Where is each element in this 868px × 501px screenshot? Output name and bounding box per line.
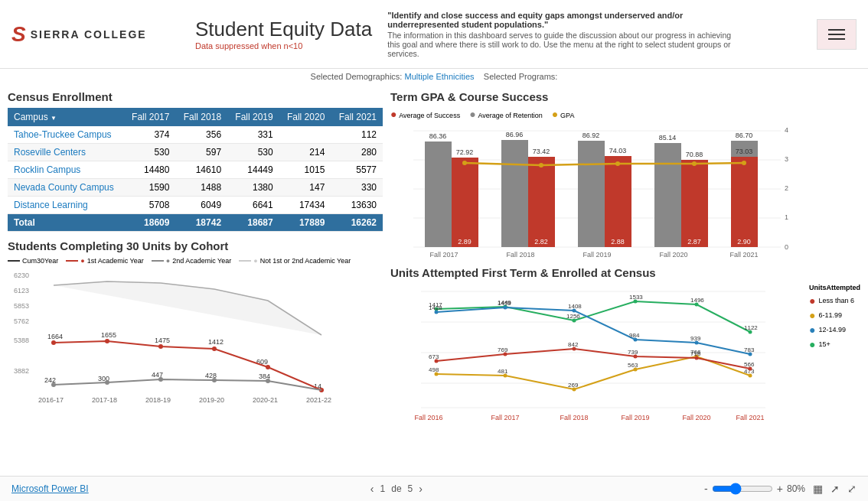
svg-text:3882: 3882 (14, 367, 29, 375)
fullscreen-icon[interactable]: ⤢ (847, 483, 857, 495)
svg-point-16 (266, 365, 270, 369)
svg-text:939: 939 (690, 335, 701, 342)
svg-text:86.96: 86.96 (506, 131, 524, 138)
svg-text:5388: 5388 (14, 337, 29, 344)
svg-text:86.92: 86.92 (582, 132, 600, 139)
svg-point-13 (105, 339, 109, 343)
data-cell: 6049 (175, 197, 227, 214)
completing-svg-chart: 6230 6123 5853 5762 5388 3882 1664 1655 … (8, 266, 367, 408)
svg-text:1412: 1412 (208, 338, 224, 346)
svg-rect-56 (578, 141, 605, 247)
data-cell: 5577 (331, 161, 383, 179)
prev-page-button[interactable]: ‹ (370, 483, 374, 495)
data-cell: 13630 (331, 197, 383, 214)
zoom-slider-input[interactable] (712, 483, 773, 495)
svg-text:73.03: 73.03 (736, 148, 753, 155)
zoom-minus-button[interactable]: - (704, 483, 708, 495)
svg-text:Fall 2016: Fall 2016 (414, 414, 442, 421)
demographics-value[interactable]: Multiple Ethnicities (404, 72, 474, 81)
svg-text:4: 4 (785, 126, 788, 134)
units-svg-chart: 1417 1449 1256 1533 1496 1122 (390, 284, 788, 433)
table-row: Rocklin Campus14480146101444910155577 (8, 161, 383, 179)
data-cell: 17434 (279, 197, 331, 214)
svg-text:2.89: 2.89 (458, 238, 472, 246)
table-row: Roseville Centers530597530214280 (8, 144, 383, 161)
col-header-2019: Fall 2019 (227, 108, 279, 126)
table-row: Tahoe-Truckee Campus374356331112 (8, 126, 383, 144)
col-header-2020: Fall 2020 (279, 108, 331, 126)
college-name: SIERRA COLLEGE (31, 28, 147, 41)
svg-text:74.03: 74.03 (609, 147, 627, 155)
svg-text:984: 984 (629, 332, 640, 339)
svg-text:1496: 1496 (690, 297, 704, 304)
powerbi-link[interactable]: Microsoft Power BI (11, 483, 89, 494)
svg-text:1122: 1122 (744, 324, 758, 331)
svg-text:3: 3 (785, 155, 788, 163)
svg-point-75 (539, 163, 543, 168)
svg-text:Fall 2020: Fall 2020 (682, 414, 710, 421)
page-current: 1 (380, 483, 386, 494)
svg-text:6123: 6123 (14, 287, 29, 294)
completing-section: Students Completing 30 Units by Cohort C… (8, 239, 383, 415)
data-cell: 214 (279, 144, 331, 161)
completing-legend: Cum30Year ● 1st Academic Year ● 2nd Acad… (8, 257, 383, 265)
svg-text:5853: 5853 (14, 302, 29, 310)
svg-text:2021-22: 2021-22 (306, 396, 331, 404)
svg-text:0: 0 (785, 243, 788, 251)
svg-text:2.90: 2.90 (737, 238, 751, 246)
gpa-title: Term GPA & Course Success (390, 90, 860, 103)
svg-text:Fall 2019: Fall 2019 (582, 251, 611, 259)
data-cell: 1488 (175, 179, 227, 197)
svg-point-126 (435, 359, 439, 363)
data-cell: 5708 (124, 197, 176, 214)
data-cell: 14610 (175, 161, 227, 179)
svg-text:Fall 2018: Fall 2018 (506, 251, 534, 259)
svg-point-95 (749, 330, 752, 334)
next-page-button[interactable]: › (419, 483, 423, 495)
quote-text-bold: "Identify and close success and equity g… (387, 11, 739, 29)
svg-point-24 (105, 380, 109, 385)
svg-text:2020-21: 2020-21 (253, 396, 278, 404)
col-header-2021: Fall 2021 (331, 108, 383, 126)
svg-point-105 (634, 338, 638, 342)
menu-button[interactable] (817, 19, 857, 50)
gpa-section: Term GPA & Course Success ● Average of S… (390, 90, 860, 259)
data-cell: 147 (279, 179, 331, 197)
svg-text:6230: 6230 (14, 272, 29, 279)
page-separator: de (391, 483, 401, 494)
svg-point-131 (749, 367, 752, 371)
data-cell (279, 126, 331, 144)
title-area: Student Equity Data Data suppressed when… (188, 18, 372, 50)
fit-page-icon[interactable]: ▦ (813, 483, 823, 495)
col-header-2018: Fall 2018 (175, 108, 227, 126)
svg-text:Fall 2021: Fall 2021 (729, 251, 758, 259)
svg-text:481: 481 (498, 368, 508, 375)
svg-point-106 (695, 341, 699, 345)
external-link-icon[interactable]: ➚ (830, 483, 840, 495)
zoom-plus-button[interactable]: + (777, 483, 783, 495)
svg-point-117 (634, 368, 638, 372)
svg-point-129 (634, 355, 638, 359)
data-suppressed-note: Data suppressed when n<10 (195, 41, 372, 50)
page-total: 5 (408, 483, 413, 494)
svg-text:Fall 2020: Fall 2020 (659, 251, 687, 259)
svg-text:Fall 2021: Fall 2021 (736, 414, 764, 421)
svg-text:1408: 1408 (568, 303, 582, 310)
data-cell: 530 (227, 144, 279, 161)
data-cell: 1380 (227, 179, 279, 197)
enrollment-table: Campus ▼ Fall 2017 Fall 2018 Fall 2019 F… (8, 108, 383, 232)
svg-text:1533: 1533 (629, 294, 643, 301)
data-cell: 112 (331, 126, 383, 144)
svg-text:2016-17: 2016-17 (38, 396, 64, 404)
zoom-controls[interactable]: - + 80% (704, 483, 805, 495)
svg-point-107 (749, 353, 752, 356)
svg-point-93 (634, 300, 638, 304)
svg-text:2: 2 (785, 184, 788, 192)
col-header-campus: Campus ▼ (8, 108, 124, 126)
svg-point-78 (742, 161, 746, 165)
demographics-label: Selected Demographics: (311, 72, 405, 81)
table-row: Distance Learning5708604966411743413630 (8, 197, 383, 214)
svg-point-127 (504, 353, 507, 356)
gpa-svg-chart: 4 3 2 1 0 86.36 (390, 123, 788, 257)
svg-point-74 (462, 161, 467, 165)
